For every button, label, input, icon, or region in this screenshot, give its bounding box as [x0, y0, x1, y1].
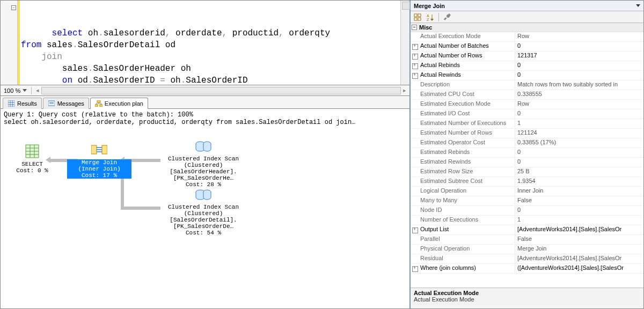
property-row[interactable]: Where (join columns)([AdventureWorks2014… — [411, 264, 643, 274]
tab-results[interactable]: Results — [3, 98, 42, 109]
property-value: 0 — [515, 109, 643, 119]
zoom-dropdown-icon[interactable] — [23, 89, 27, 92]
categorize-icon[interactable] — [413, 12, 422, 22]
property-row[interactable]: Physical OperationMerge Join — [411, 245, 643, 254]
sql-token: orderqty — [289, 28, 330, 38]
sort-az-icon[interactable]: AZ — [426, 12, 435, 22]
property-name: Estimated Number of Rows — [411, 129, 515, 138]
desc-title: Actual Execution Mode — [414, 290, 640, 296]
property-row[interactable]: Estimated Subtree Cost1.9354 — [411, 177, 643, 187]
sql-token: SalesOrderDetail od — [78, 40, 175, 50]
messages-icon — [48, 100, 55, 107]
sql-text-area[interactable]: select oh.salesorderid, orderdate, produ… — [18, 1, 400, 85]
sql-token: = — [160, 76, 170, 85]
plan-node-merge-join[interactable]: Merge Join (Inner Join) Cost: 17 % — [67, 144, 131, 179]
property-name: Estimated Execution Mode — [411, 100, 515, 109]
property-name: Actual Rewinds — [411, 71, 515, 80]
property-name: Actual Rebinds — [411, 61, 515, 70]
node-cost: Cost: 28 % — [150, 181, 257, 188]
plan-node-scan-header[interactable]: Clustered Index Scan (Clustered) [SalesO… — [150, 141, 257, 188]
property-value: 0 — [515, 42, 643, 51]
nav-left-icon[interactable]: ◂ — [36, 87, 39, 94]
property-name: Residual — [411, 254, 515, 263]
svg-rect-8 — [97, 100, 100, 102]
plan-node-select[interactable]: SELECT Cost: 0 % — [8, 144, 56, 174]
property-row[interactable]: Output List[AdventureWorks2014].[Sales].… — [411, 225, 643, 235]
property-name: Estimated I/O Cost — [411, 109, 515, 119]
query-sql-line[interactable]: select oh.salesorderid, orderdate, produ… — [1, 119, 409, 129]
property-name: Logical Operation — [411, 187, 515, 196]
properties-grid[interactable]: − Misc Actual Execution ModeRowActual Nu… — [411, 23, 643, 288]
property-row[interactable]: Estimated Number of Executions1 — [411, 119, 643, 129]
property-row[interactable]: Estimated Number of Rows121124 — [411, 129, 643, 138]
property-value: 25 B — [515, 167, 643, 176]
zoom-level[interactable]: 100 % — [4, 87, 20, 94]
property-name: Estimated Rewinds — [411, 158, 515, 167]
property-row[interactable]: Number of Executions1 — [411, 216, 643, 225]
chevron-down-icon[interactable] — [636, 4, 640, 7]
property-name: Estimated Row Size — [411, 167, 515, 176]
sql-editor[interactable]: − select oh.salesorderid, orderdate, pro… — [1, 1, 409, 85]
category-label: Misc — [419, 24, 432, 31]
sql-token: on — [62, 76, 78, 85]
editor-horizontal-scrollbar[interactable] — [41, 87, 401, 94]
sql-token: oh — [88, 28, 98, 38]
fold-toggle-icon[interactable]: − — [11, 5, 16, 10]
property-value: Row — [515, 32, 643, 41]
property-value: [AdventureWorks2014].[Sales].[SalesOr — [515, 254, 643, 263]
properties-title-bar[interactable]: Merge Join — [411, 1, 643, 11]
property-value: 121317 — [515, 52, 643, 61]
property-row[interactable]: Estimated Row Size25 B — [411, 167, 643, 177]
property-row[interactable]: Estimated Rebinds0 — [411, 148, 643, 158]
sql-token: salesorderid — [104, 28, 165, 38]
property-name: Many to Many — [411, 196, 515, 205]
property-row[interactable]: Actual Rewinds0 — [411, 71, 643, 80]
node-cost: Cost: 54 % — [150, 230, 257, 236]
divider — [31, 87, 32, 94]
property-row[interactable]: DescriptionMatch rows from two suitably … — [411, 80, 643, 90]
node-title: Merge Join — [67, 159, 131, 166]
svg-rect-22 — [102, 145, 107, 154]
app-root: − select oh.salesorderid, orderdate, pro… — [0, 0, 644, 309]
property-row[interactable]: ParallelFalse — [411, 235, 643, 245]
property-row[interactable]: Estimated Rewinds0 — [411, 158, 643, 167]
collapse-icon[interactable]: − — [412, 25, 417, 30]
properties-wrench-icon[interactable] — [442, 12, 452, 22]
node-cost: Cost: 0 % — [8, 167, 56, 174]
plan-node-scan-detail[interactable]: Clustered Index Scan (Clustered) [SalesO… — [150, 189, 257, 236]
plan-canvas[interactable]: SELECT Cost: 0 % Merge Join (Inner Join)… — [1, 129, 409, 290]
tab-execution-plan[interactable]: Execution plan — [90, 98, 148, 109]
editor-gutter: − — [1, 1, 18, 85]
property-value: 0 — [515, 148, 643, 157]
tab-label: Messages — [57, 100, 84, 107]
property-row[interactable]: Residual[AdventureWorks2014].[Sales].[Sa… — [411, 254, 643, 264]
property-row[interactable]: Actual Number of Rows121317 — [411, 52, 643, 61]
editor-vertical-scrollbar[interactable] — [400, 1, 409, 85]
sql-token: productid — [232, 28, 279, 38]
category-row[interactable]: − Misc — [411, 23, 643, 32]
sql-token: . — [98, 28, 104, 38]
property-row[interactable]: Node ID0 — [411, 206, 643, 216]
property-row[interactable]: Actual Rebinds0 — [411, 61, 643, 71]
property-row[interactable]: Logical OperationInner Join — [411, 187, 643, 196]
property-row[interactable]: Actual Execution ModeRow — [411, 32, 643, 42]
svg-text:Z: Z — [427, 18, 429, 21]
property-row[interactable]: Estimated Operator Cost0.33855 (17%) — [411, 138, 643, 148]
property-row[interactable]: Estimated I/O Cost0 — [411, 109, 643, 119]
nav-right-icon[interactable]: ▸ — [403, 87, 406, 94]
property-name: Output List — [411, 225, 515, 234]
property-row[interactable]: Actual Number of Batches0 — [411, 42, 643, 52]
property-value: 0 — [515, 71, 643, 80]
properties-toolbar: AZ — [411, 11, 643, 23]
sql-token: , — [279, 28, 289, 38]
node-line2: [SalesOrderDetail].[PK_SalesOrderDe… — [150, 217, 257, 230]
property-row[interactable]: Many to ManyFalse — [411, 196, 643, 206]
sql-token: orderdate — [175, 28, 222, 38]
sql-token: sales — [47, 40, 72, 50]
property-row[interactable]: Estimated CPU Cost0.338555 — [411, 90, 643, 100]
tab-messages[interactable]: Messages — [43, 98, 89, 109]
query-cost-label: Query 1: Query cost (relative to the bat… — [1, 109, 409, 119]
property-row[interactable]: Estimated Execution ModeRow — [411, 100, 643, 109]
index-scan-operator-icon — [195, 141, 211, 153]
sql-token: . — [88, 76, 93, 85]
